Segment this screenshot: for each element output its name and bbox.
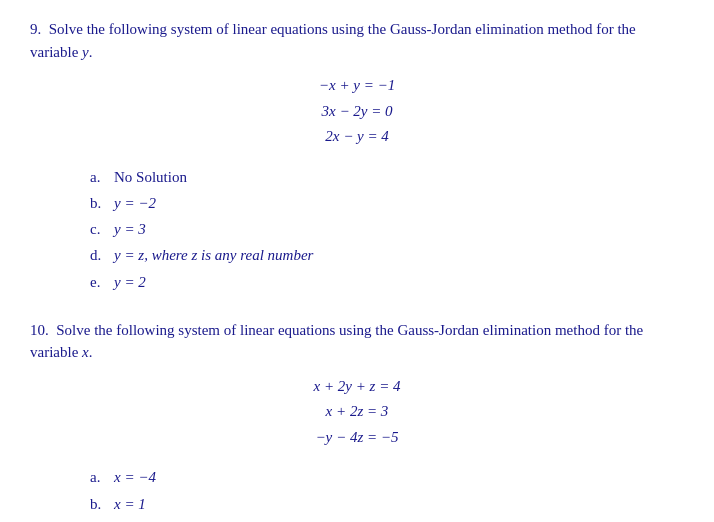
question-10-text: 10. Solve the following system of linear… bbox=[30, 319, 684, 364]
choice-9c: c. y = 3 bbox=[90, 216, 684, 242]
equation-10-3: −y − 4z = −5 bbox=[30, 425, 684, 451]
choice-label-9b: b. bbox=[90, 190, 108, 216]
choice-label-10a: a. bbox=[90, 464, 108, 490]
question-9: 9. Solve the following system of linear … bbox=[30, 18, 684, 295]
choice-10b: b. x = 1 bbox=[90, 491, 684, 517]
choice-label-10c: c. bbox=[90, 517, 108, 522]
choice-label-9e: e. bbox=[90, 269, 108, 295]
choice-text-9b: y = −2 bbox=[114, 190, 156, 216]
choice-label-10b: b. bbox=[90, 491, 108, 517]
choice-9b: b. y = −2 bbox=[90, 190, 684, 216]
choice-10c: c. x = 2 bbox=[90, 517, 684, 522]
choice-9a: a. No Solution bbox=[90, 164, 684, 190]
equation-10-1: x + 2y + z = 4 bbox=[30, 374, 684, 400]
page-content: 9. Solve the following system of linear … bbox=[30, 18, 684, 522]
equation-9-2: 3x − 2y = 0 bbox=[30, 99, 684, 125]
choice-text-9e: y = 2 bbox=[114, 269, 146, 295]
choice-text-9c: y = 3 bbox=[114, 216, 146, 242]
question-10: 10. Solve the following system of linear… bbox=[30, 319, 684, 522]
equation-9-3: 2x − y = 4 bbox=[30, 124, 684, 150]
choice-label-9a: a. bbox=[90, 164, 108, 190]
choice-label-9c: c. bbox=[90, 216, 108, 242]
question-9-choices: a. No Solution b. y = −2 c. y = 3 d. y =… bbox=[90, 164, 684, 295]
question-9-equations: −x + y = −1 3x − 2y = 0 2x − y = 4 bbox=[30, 73, 684, 150]
question-9-text: 9. Solve the following system of linear … bbox=[30, 18, 684, 63]
choice-text-9a: No Solution bbox=[114, 164, 187, 190]
choice-text-10a: x = −4 bbox=[114, 464, 156, 490]
choice-9d: d. y = z, where z is any real number bbox=[90, 242, 684, 268]
choice-text-10c: x = 2 bbox=[114, 517, 146, 522]
choice-label-9d: d. bbox=[90, 242, 108, 268]
question-10-equations: x + 2y + z = 4 x + 2z = 3 −y − 4z = −5 bbox=[30, 374, 684, 451]
choice-10a: a. x = −4 bbox=[90, 464, 684, 490]
question-10-choices: a. x = −4 b. x = 1 c. x = 2 d. x = 1/3 e… bbox=[90, 464, 684, 522]
choice-9e: e. y = 2 bbox=[90, 269, 684, 295]
choice-text-9d: y = z, where z is any real number bbox=[114, 242, 313, 268]
equation-9-1: −x + y = −1 bbox=[30, 73, 684, 99]
choice-text-10b: x = 1 bbox=[114, 491, 146, 517]
equation-10-2: x + 2z = 3 bbox=[30, 399, 684, 425]
